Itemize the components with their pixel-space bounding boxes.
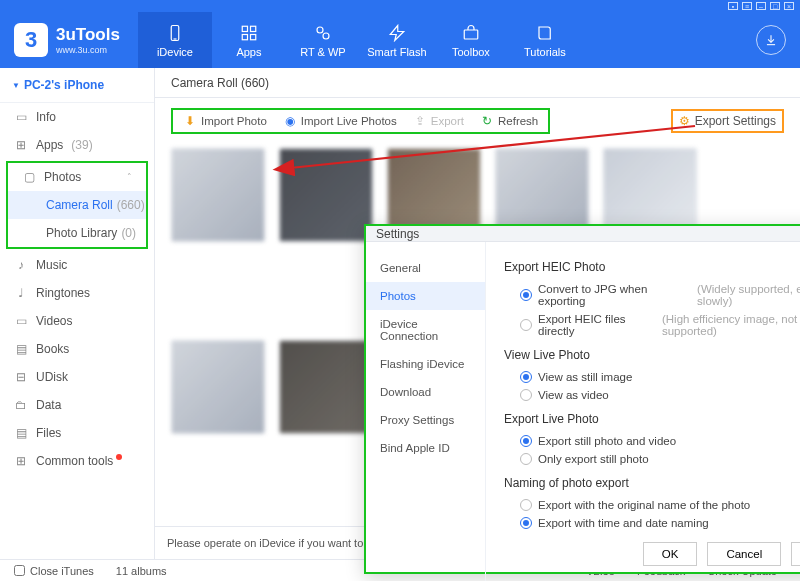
download-button[interactable] bbox=[756, 25, 786, 55]
photo-thumb[interactable] bbox=[171, 340, 265, 434]
tutorials-icon bbox=[535, 23, 555, 43]
apps-icon: ⊞ bbox=[14, 138, 28, 152]
export-settings-button[interactable]: ⚙ Export Settings bbox=[671, 109, 784, 133]
books-icon: ▤ bbox=[14, 342, 28, 356]
dialog-nav-proxy[interactable]: Proxy Settings bbox=[366, 406, 485, 434]
svg-point-7 bbox=[323, 33, 329, 39]
dialog-nav-general[interactable]: General bbox=[366, 254, 485, 282]
ringtones-icon: ♩ bbox=[14, 286, 28, 300]
dialog-nav-flashing[interactable]: Flashing iDevice bbox=[366, 350, 485, 378]
nav-smartflash[interactable]: Smart Flash bbox=[360, 12, 434, 68]
dialog-nav-download[interactable]: Download bbox=[366, 378, 485, 406]
section-title: View Live Photo bbox=[504, 348, 800, 362]
breadcrumb: Camera Roll (660) bbox=[155, 68, 800, 98]
toolbox-icon bbox=[461, 23, 481, 43]
download-icon: ⬇ bbox=[183, 114, 197, 128]
radio-name-original[interactable]: Export with the original name of the pho… bbox=[504, 496, 800, 514]
svg-rect-9 bbox=[464, 30, 478, 39]
data-icon: 🗀 bbox=[14, 398, 28, 412]
dialog-nav-photos[interactable]: Photos bbox=[366, 282, 485, 310]
app-name: 3uTools bbox=[56, 25, 120, 45]
content-area: Camera Roll (660) ⬇ Import Photo ◉ Impor… bbox=[155, 68, 800, 559]
rtwp-icon bbox=[313, 23, 333, 43]
nav-rtwp[interactable]: RT & WP bbox=[286, 12, 360, 68]
window-menu-icon[interactable]: ≡ bbox=[742, 2, 752, 10]
phone-icon bbox=[165, 23, 185, 43]
settings-dialog: Settings × General Photos iDevice Connec… bbox=[364, 224, 800, 574]
dialog-nav: General Photos iDevice Connection Flashi… bbox=[366, 242, 486, 581]
radio-name-datetime[interactable]: Export with time and date naming bbox=[504, 514, 800, 532]
sidebar: PC-2's iPhone ▭ Info ⊞ Apps (39) ▢ Photo… bbox=[0, 68, 155, 559]
svg-marker-8 bbox=[390, 25, 404, 40]
photo-thumb[interactable] bbox=[279, 148, 373, 242]
photo-toolbar: ⬇ Import Photo ◉ Import Live Photos ⇪ Ex… bbox=[171, 108, 550, 134]
sidebar-item-music[interactable]: ♪Music bbox=[0, 251, 154, 279]
radio-heic-direct[interactable]: Export HEIC files directly (High efficie… bbox=[504, 310, 800, 340]
sidebar-item-info[interactable]: ▭ Info bbox=[0, 103, 154, 131]
export-icon: ⇪ bbox=[413, 114, 427, 128]
dialog-pane: Export HEIC Photo Convert to JPG when ex… bbox=[486, 242, 800, 581]
close-itunes-checkbox[interactable]: Close iTunes bbox=[14, 565, 94, 577]
sidebar-sub-photo-library[interactable]: Photo Library (0) bbox=[8, 219, 146, 247]
nav-tutorials[interactable]: Tutorials bbox=[508, 12, 582, 68]
radio-export-still[interactable]: Only export still photo bbox=[504, 450, 800, 468]
svg-rect-2 bbox=[242, 26, 247, 31]
dialog-title: Settings bbox=[376, 227, 419, 241]
info-icon: ▭ bbox=[14, 110, 28, 124]
radio-export-both[interactable]: Export still photo and video bbox=[504, 432, 800, 450]
tools-icon: ⊞ bbox=[14, 454, 28, 468]
dialog-nav-idevice[interactable]: iDevice Connection bbox=[366, 310, 485, 350]
apply-button: Apply bbox=[791, 542, 800, 566]
files-icon: ▤ bbox=[14, 426, 28, 440]
svg-rect-5 bbox=[250, 34, 255, 39]
svg-rect-3 bbox=[250, 26, 255, 31]
sidebar-item-files[interactable]: ▤Files bbox=[0, 419, 154, 447]
svg-rect-0 bbox=[171, 25, 179, 40]
udisk-icon: ⊟ bbox=[14, 370, 28, 384]
sidebar-item-photos[interactable]: ▢ Photos ˄ bbox=[8, 163, 146, 191]
nav-toolbox[interactable]: Toolbox bbox=[434, 12, 508, 68]
import-photo-button[interactable]: ⬇ Import Photo bbox=[183, 114, 267, 128]
section-title: Export HEIC Photo bbox=[504, 260, 800, 274]
sidebar-item-videos[interactable]: ▭Videos bbox=[0, 307, 154, 335]
nav-idevice[interactable]: iDevice bbox=[138, 12, 212, 68]
photos-icon: ▢ bbox=[22, 170, 36, 184]
sidebar-item-books[interactable]: ▤Books bbox=[0, 335, 154, 363]
top-nav: iDevice Apps RT & WP Smart Flash Toolbox… bbox=[138, 12, 582, 68]
sidebar-item-ringtones[interactable]: ♩Ringtones bbox=[0, 279, 154, 307]
photo-thumb[interactable] bbox=[171, 148, 265, 242]
window-maximize-icon[interactable]: □ bbox=[770, 2, 780, 10]
dialog-nav-bind[interactable]: Bind Apple ID bbox=[366, 434, 485, 462]
flash-icon bbox=[387, 23, 407, 43]
apps-icon bbox=[239, 23, 259, 43]
svg-point-6 bbox=[317, 27, 323, 33]
section-title: Export Live Photo bbox=[504, 412, 800, 426]
export-button: ⇪ Export bbox=[413, 114, 464, 128]
sidebar-item-common-tools[interactable]: ⊞Common tools bbox=[0, 447, 154, 475]
logo: 3 3uTools www.3u.com bbox=[0, 12, 138, 68]
gear-icon: ⚙ bbox=[679, 114, 690, 128]
videos-icon: ▭ bbox=[14, 314, 28, 328]
window-close-icon[interactable]: × bbox=[784, 2, 794, 10]
sidebar-item-apps[interactable]: ⊞ Apps (39) bbox=[0, 131, 154, 159]
refresh-button[interactable]: ↻ Refresh bbox=[480, 114, 538, 128]
logo-icon: 3 bbox=[14, 23, 48, 57]
window-titlebar: ▪ ≡ – □ × bbox=[0, 0, 800, 12]
cancel-button[interactable]: Cancel bbox=[707, 542, 781, 566]
window-pin-icon[interactable]: ▪ bbox=[728, 2, 738, 10]
photo-thumb[interactable] bbox=[279, 340, 373, 434]
app-header: 3 3uTools www.3u.com iDevice Apps RT & W… bbox=[0, 12, 800, 68]
radio-heic-jpg[interactable]: Convert to JPG when exporting (Widely su… bbox=[504, 280, 800, 310]
nav-apps[interactable]: Apps bbox=[212, 12, 286, 68]
device-header[interactable]: PC-2's iPhone bbox=[0, 68, 154, 103]
window-minimize-icon[interactable]: – bbox=[756, 2, 766, 10]
sidebar-item-udisk[interactable]: ⊟UDisk bbox=[0, 363, 154, 391]
radio-view-still[interactable]: View as still image bbox=[504, 368, 800, 386]
sidebar-item-data[interactable]: 🗀Data bbox=[0, 391, 154, 419]
music-icon: ♪ bbox=[14, 258, 28, 272]
app-url: www.3u.com bbox=[56, 45, 120, 55]
sidebar-sub-camera-roll[interactable]: Camera Roll (660) bbox=[8, 191, 146, 219]
ok-button[interactable]: OK bbox=[643, 542, 698, 566]
import-live-button[interactable]: ◉ Import Live Photos bbox=[283, 114, 397, 128]
radio-view-video[interactable]: View as video bbox=[504, 386, 800, 404]
